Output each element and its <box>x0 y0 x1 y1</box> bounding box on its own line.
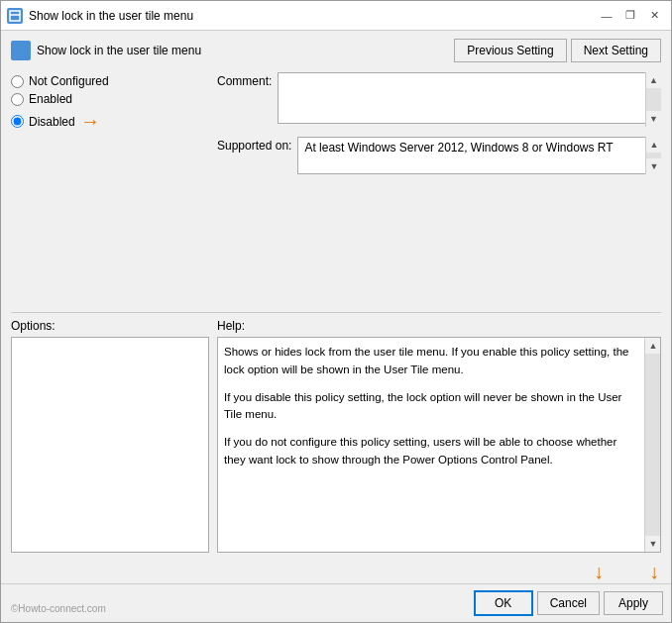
right-panel: Comment: ▲ ▼ Supported on: At least <box>217 72 661 306</box>
prev-setting-button[interactable]: Previous Setting <box>454 39 566 62</box>
left-panel: Not Configured Enabled Disabled ← <box>11 72 209 306</box>
help-scroll-up[interactable]: ▲ <box>645 338 661 354</box>
enabled-radio[interactable] <box>11 93 24 106</box>
watermark: ©Howto-connect.com <box>11 603 106 614</box>
footer-container: ©Howto-connect.com ↓ ↓ OK Cancel Apply <box>1 561 671 622</box>
supported-label: Supported on: <box>217 137 291 153</box>
header-left: Show lock in the user tile menu <box>11 41 201 60</box>
close-button[interactable]: ✕ <box>643 6 665 26</box>
window-icon <box>7 8 23 24</box>
header-row: Show lock in the user tile menu Previous… <box>11 39 661 62</box>
disabled-radio[interactable] <box>11 115 24 128</box>
comment-scroll-up[interactable]: ▲ <box>646 72 662 88</box>
title-bar: Show lock in the user tile menu — ❐ ✕ <box>1 1 671 31</box>
main-window: Show lock in the user tile menu — ❐ ✕ Sh… <box>0 0 672 623</box>
ok-down-arrow: ↓ <box>594 561 604 583</box>
help-label: Help: <box>217 319 661 333</box>
next-setting-button[interactable]: Next Setting <box>571 39 661 62</box>
help-box: Shows or hides lock from the user tile m… <box>217 337 661 553</box>
comment-scroll-track <box>646 88 662 111</box>
help-scroll-track <box>645 354 660 536</box>
help-para-3: If you do not configure this policy sett… <box>224 434 638 469</box>
title-bar-left: Show lock in the user tile menu <box>7 8 193 24</box>
comment-scrollbar[interactable]: ▲ ▼ <box>645 72 661 127</box>
enabled-label: Enabled <box>29 92 72 106</box>
policy-title: Show lock in the user tile menu <box>37 44 201 57</box>
help-para-2: If you disable this policy setting, the … <box>224 389 638 425</box>
disabled-label: Disabled <box>29 115 75 129</box>
cancel-button[interactable]: Cancel <box>537 591 600 615</box>
disabled-option[interactable]: Disabled ← <box>11 110 209 133</box>
help-content: Shows or hides lock from the user tile m… <box>218 338 644 552</box>
title-controls: — ❐ ✕ <box>596 6 665 26</box>
not-configured-option[interactable]: Not Configured <box>11 74 209 88</box>
enabled-option[interactable]: Enabled <box>11 92 209 106</box>
comment-scroll-down[interactable]: ▼ <box>646 111 662 127</box>
supported-value: At least Windows Server 2012, Windows 8 … <box>297 137 661 174</box>
supported-scrollbar[interactable]: ▲ ▼ <box>645 137 661 174</box>
arrow-annotations: ↓ ↓ <box>1 561 671 583</box>
comment-row: Comment: ▲ ▼ <box>217 72 661 127</box>
options-label: Options: <box>11 319 209 333</box>
restore-button[interactable]: ❐ <box>619 6 641 26</box>
comment-textarea[interactable] <box>278 72 661 124</box>
apply-down-arrow: ↓ <box>649 561 659 583</box>
help-section: Help: Shows or hides lock from the user … <box>217 319 661 553</box>
supported-scroll-up[interactable]: ▲ <box>646 137 661 153</box>
not-configured-radio[interactable] <box>11 75 24 88</box>
content-area: Show lock in the user tile menu Previous… <box>1 31 671 561</box>
options-section: Options: <box>11 319 209 553</box>
supported-wrapper: At least Windows Server 2012, Windows 8 … <box>297 137 661 174</box>
svg-rect-0 <box>10 11 20 21</box>
help-para-1: Shows or hides lock from the user tile m… <box>224 344 638 379</box>
window-title: Show lock in the user tile menu <box>29 9 193 23</box>
disabled-arrow-indicator: ← <box>80 110 100 133</box>
header-buttons: Previous Setting Next Setting <box>454 39 661 62</box>
supported-row: Supported on: At least Windows Server 20… <box>217 137 661 174</box>
minimize-button[interactable]: — <box>596 6 617 26</box>
options-box <box>11 337 209 553</box>
main-body: Not Configured Enabled Disabled ← <box>11 72 661 306</box>
policy-icon <box>11 41 31 60</box>
help-scrollbar[interactable]: ▲ ▼ <box>644 338 660 552</box>
apply-button[interactable]: Apply <box>604 591 663 615</box>
options-help-row: Options: Help: Shows or hides lock from … <box>11 319 661 553</box>
radio-group: Not Configured Enabled Disabled ← <box>11 74 209 133</box>
divider <box>11 312 661 313</box>
comment-label: Comment: <box>217 72 272 88</box>
comment-textarea-wrapper: ▲ ▼ <box>278 72 661 127</box>
ok-button[interactable]: OK <box>474 590 533 616</box>
help-scroll-down[interactable]: ▼ <box>645 536 661 552</box>
supported-scroll-down[interactable]: ▼ <box>646 158 661 174</box>
not-configured-label: Not Configured <box>29 74 109 88</box>
